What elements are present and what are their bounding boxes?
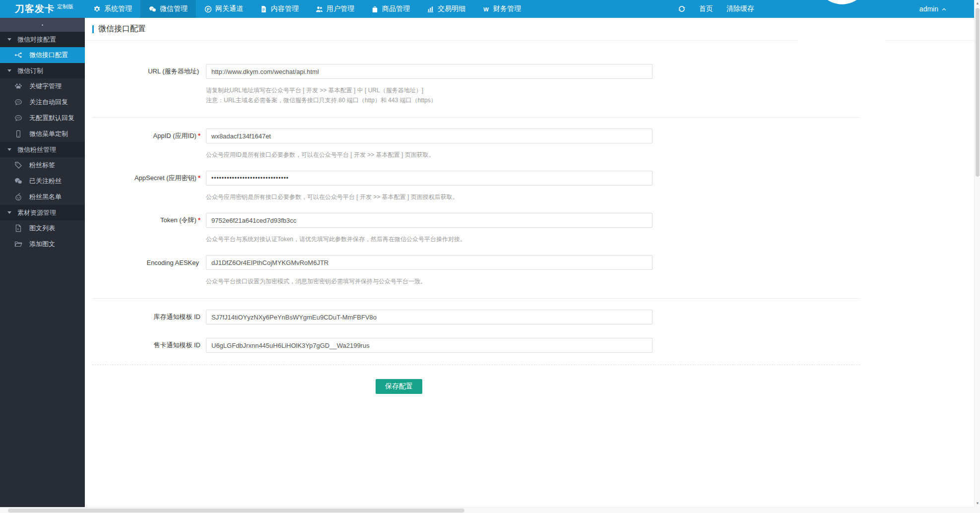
sidebar-item-wechat-api-config[interactable]: 微信接口配置 (0, 47, 85, 63)
file-icon (14, 224, 22, 232)
field-label-aeskey: Encoding AESKey (92, 259, 206, 266)
svg-text:P: P (207, 6, 210, 11)
scroll-up-arrow-icon[interactable]: ▲ (975, 0, 980, 7)
sidebar-item-label: 粉丝标签 (29, 161, 55, 170)
field-label-appsecret: AppSecret (应用密钥)* (92, 174, 206, 183)
required-asterisk: * (198, 174, 200, 182)
sidebar-item-fan-blacklist[interactable]: 粉丝黑名单 (0, 189, 85, 205)
topnav-wechat[interactable]: 微信管理 (140, 0, 196, 18)
ellipsis-vertical-icon (42, 24, 43, 26)
sidebar-item-label: 添加图文 (29, 240, 55, 249)
required-asterisk: * (198, 216, 200, 224)
stock-template-input[interactable] (206, 310, 653, 324)
users-icon (316, 5, 323, 13)
wechat-icon (149, 5, 156, 13)
wechat-icon (14, 177, 22, 185)
field-label-token: Token (令牌)* (92, 216, 206, 225)
sidebar-section-wechat-config[interactable]: 微信对接配置 (0, 32, 85, 47)
field-help-appid: 公众号应用ID是所有接口必要参数，可以在公众号平台 [ 开发 >> 基本配置 ]… (206, 150, 974, 160)
refresh-icon[interactable] (678, 5, 686, 13)
appsecret-input[interactable] (206, 171, 653, 186)
topnav-users[interactable]: 用户管理 (307, 0, 363, 18)
topnav-goods[interactable]: 商品管理 (363, 0, 418, 18)
sidebar-item-label: 微信接口配置 (29, 51, 68, 60)
sidebar-item-label: 已关注粉丝 (29, 177, 62, 186)
bar-chart-icon (427, 5, 434, 13)
tag-icon (14, 161, 22, 169)
form-row-aeskey: Encoding AESKey (92, 255, 974, 270)
topnav-transactions[interactable]: 交易明细 (418, 0, 474, 18)
caret-down-icon (7, 211, 11, 214)
topbar-right: 首页 清除缓存 admin (678, 0, 974, 18)
horizontal-scrollbar[interactable] (0, 507, 974, 513)
user-menu[interactable]: admin (768, 0, 947, 83)
gateway-p-icon: P (204, 5, 212, 13)
app-edition-badge: 定制版 (57, 3, 73, 10)
save-config-button[interactable]: 保存配置 (376, 379, 422, 394)
sidebar-section-material[interactable]: 素材资源管理 (0, 205, 85, 220)
horizontal-scrollbar-thumb[interactable] (8, 509, 464, 513)
topnav-gateway[interactable]: P 网关通道 (196, 0, 252, 18)
section-title: 微信对接配置 (17, 35, 56, 44)
title-accent-bar (92, 25, 94, 33)
sidebar-item-add-article[interactable]: 添加图文 (0, 236, 85, 252)
sidebar-item-label: 关注自动回复 (29, 98, 68, 107)
dashed-divider (92, 365, 860, 365)
form-row-appid: AppID (应用ID)* (92, 128, 974, 143)
sidebar-item-keywords[interactable]: 关键字管理 (0, 78, 85, 94)
clear-cache-link[interactable]: 清除缓存 (726, 4, 754, 13)
top-nav: 系统管理 微信管理 P 网关通道 内容管理 用户管理 商品管理 交易明细 W 财… (85, 0, 529, 18)
field-label-url: URL (服务器地址) (92, 67, 206, 76)
form-row-appsecret: AppSecret (应用密钥)* (92, 171, 974, 186)
comment-icon (14, 114, 22, 122)
sidebar-item-label: 粉丝黑名单 (29, 192, 62, 201)
sidebar-section-fans[interactable]: 微信粉丝管理 (0, 142, 85, 157)
section-title: 微信粉丝管理 (17, 145, 56, 154)
topnav-label: 交易明细 (438, 4, 465, 13)
sidebar-item-follow-auto-reply[interactable]: 关注自动回复 (0, 94, 85, 110)
topnav-label: 用户管理 (327, 4, 354, 13)
comment-icon (14, 98, 22, 106)
caret-down-icon (7, 69, 11, 72)
svg-text:W: W (483, 6, 489, 12)
topnav-label: 网关通道 (215, 4, 243, 13)
vertical-scrollbar[interactable]: ▲ ▼ (974, 0, 980, 507)
sidebar-section-wechat-custom[interactable]: 微信订制 (0, 63, 85, 78)
appid-input[interactable] (206, 128, 653, 143)
sidebar: 微信对接配置 微信接口配置 微信订制 关键字管理 关注自动回复 无配置默认回复 … (0, 18, 85, 507)
form-row-stock-template: 库存通知模板 ID (92, 310, 974, 324)
scrollbar-corner (974, 507, 980, 513)
caret-down-icon (7, 38, 11, 41)
card-template-input[interactable] (206, 338, 653, 353)
mobile-icon (14, 130, 22, 138)
folder-open-icon (14, 240, 22, 248)
topbar: 刀客发卡 定制版 系统管理 微信管理 P 网关通道 内容管理 用户管理 商品管理 (0, 0, 974, 18)
document-icon (260, 5, 267, 13)
topnav-label: 财务管理 (493, 4, 521, 13)
scroll-down-arrow-icon[interactable]: ▼ (975, 500, 980, 507)
topnav-content[interactable]: 内容管理 (252, 0, 307, 18)
token-input[interactable] (206, 213, 653, 228)
url-input[interactable] (206, 64, 653, 79)
sidebar-item-wechat-menu[interactable]: 微信菜单定制 (0, 126, 85, 142)
field-help-appsecret: 公众号应用密钥是所有接口必要参数，可以在公众号平台 [ 开发 >> 基本配置 ]… (206, 192, 974, 202)
sidebar-item-default-reply[interactable]: 无配置默认回复 (0, 110, 85, 126)
sidebar-item-fan-tags[interactable]: 粉丝标签 (0, 157, 85, 173)
sidebar-collapse-toggle[interactable] (0, 18, 85, 32)
section-title: 素材资源管理 (17, 208, 56, 217)
chevron-up-icon (941, 6, 947, 12)
sidebar-item-followed-fans[interactable]: 已关注粉丝 (0, 173, 85, 189)
sidebar-item-label: 关键字管理 (29, 82, 62, 91)
topnav-finance[interactable]: W 财务管理 (474, 0, 529, 18)
topnav-label: 系统管理 (104, 4, 132, 13)
topnav-system[interactable]: 系统管理 (85, 0, 140, 18)
aeskey-input[interactable] (206, 255, 653, 270)
field-help-url-2: 注意：URL主域名必需备案，微信服务接口只支持 80 端口（http）和 443… (206, 95, 974, 105)
home-link[interactable]: 首页 (699, 4, 713, 13)
wechat-api-config-form: URL (服务器地址) 请复制此URL地址填写在公众号平台 [ 开发 >> 基本… (85, 41, 974, 394)
field-label-card-template: 售卡通知模板 ID (92, 341, 206, 350)
vertical-scrollbar-thumb[interactable] (976, 8, 980, 177)
app-logo[interactable]: 刀客发卡 定制版 (0, 0, 85, 18)
sidebar-item-article-list[interactable]: 图文列表 (0, 220, 85, 236)
sidebar-item-label: 无配置默认回复 (29, 114, 74, 123)
